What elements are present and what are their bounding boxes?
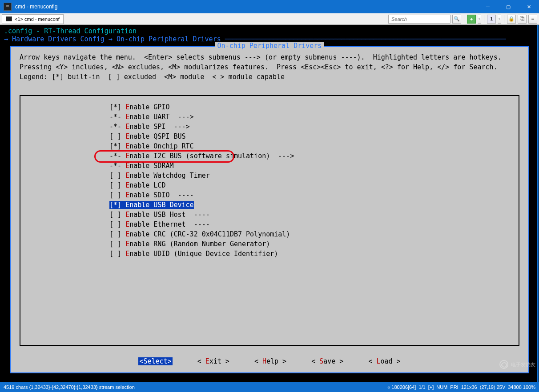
status-r2: 1/1 [418, 384, 425, 390]
new-tab-button[interactable]: ✚ [467, 15, 476, 24]
menu-option[interactable]: [ ] Enable USB Host ---- [20, 210, 519, 220]
status-r1: « 180206[64] [387, 384, 416, 390]
status-r3: [+] [428, 384, 434, 390]
search-button[interactable]: 🔍 [452, 15, 461, 24]
menu-panel: On-chip Peripheral Drivers Arrow keys na… [10, 46, 529, 373]
config-line: .config - RT-Thread Configuration [1, 26, 538, 35]
search-input[interactable] [388, 15, 451, 24]
menu-option[interactable]: [ ] Enable SDIO ---- [20, 190, 519, 200]
minimize-button[interactable]: ─ [478, 0, 498, 13]
menu-button[interactable]: <Select> [138, 357, 172, 365]
watermark: 电子发烧友 [499, 360, 535, 369]
tab-label: <1> cmd - menuconf [15, 16, 60, 22]
menu-help-text: Arrow keys navigate the menu. <Enter> se… [11, 47, 528, 84]
status-r6: 121x36 [461, 384, 477, 390]
window-number-button[interactable]: 1 [487, 15, 496, 24]
window-titlebar: ⌨ cmd - menuconfig ─ ▢ ✕ [0, 0, 539, 13]
scrollbar-indicator[interactable] [537, 25, 539, 382]
menu-option[interactable]: [*] Enable GPIO [20, 102, 519, 112]
breadcrumb-arrow-icon: → [4, 35, 8, 43]
toolbar: <1> cmd - menuconf 🔍 ✚ ▾ 1 ▾ 🔒 ⿻ ≡ [0, 13, 539, 25]
menu-option[interactable]: [ ] Enable UDID (Unique Device Identifie… [20, 249, 519, 259]
lock-icon[interactable]: 🔒 [507, 15, 516, 24]
menu-option[interactable]: [ ] Enable QSPI BUS [20, 132, 519, 141]
watermark-logo-icon [499, 360, 508, 369]
app-icon: ⌨ [4, 3, 12, 11]
button-bar: <Select>< Exit >< Help >< Save >< Load > [11, 357, 528, 365]
status-bar: 4519 chars {1,32433}-{42,32470}:{1,32433… [0, 382, 539, 392]
panel-shadow [13, 373, 533, 377]
options-box: [*] Enable GPIO-*- Enable UART --->-*- E… [20, 95, 519, 346]
menu-option[interactable]: -*- Enable SPI ---> [20, 122, 519, 132]
close-button[interactable]: ✕ [519, 0, 539, 13]
menu-button[interactable]: ≡ [528, 15, 537, 24]
console-tab[interactable]: <1> cmd - menuconf [2, 14, 64, 24]
status-r7: (27,19) 25V [480, 384, 505, 390]
menu-option[interactable]: [ ] Enable CRC (CRC-32 0x04C11DB7 Polyno… [20, 229, 519, 239]
menu-option[interactable]: -*- Enable UART ---> [20, 112, 519, 122]
menu-option[interactable]: [ ] Enable LCD [20, 180, 519, 190]
status-r8: 34808 100% [508, 384, 535, 390]
terminal[interactable]: .config - RT-Thread Configuration → Hard… [0, 25, 539, 382]
menu-option[interactable]: [ ] Enable Watchdog Timer [20, 171, 519, 180]
terminal-icon [6, 16, 12, 21]
menu-option[interactable]: -*- Enable SDRAM [20, 161, 519, 171]
menu-button[interactable]: < Load > [368, 357, 400, 365]
maximize-button[interactable]: ▢ [498, 0, 519, 13]
new-tab-dropdown[interactable]: ▾ [478, 15, 481, 24]
menu-option[interactable]: [*] Enable USB Device [20, 200, 519, 210]
status-r4: NUM [436, 384, 447, 390]
menu-button[interactable]: < Exit > [197, 357, 229, 365]
window-title: cmd - menuconfig [15, 4, 478, 10]
panel-shadow [529, 52, 533, 376]
menu-button[interactable]: < Save > [311, 357, 343, 365]
status-left: 4519 chars {1,32433}-{42,32470}:{1,32433… [4, 384, 135, 390]
menu-title: On-chip Peripheral Drivers [215, 42, 325, 50]
menu-option[interactable]: [ ] Enable Ethernet ---- [20, 220, 519, 229]
menu-option[interactable]: -*- Enable I2C BUS (software simulation)… [20, 151, 519, 161]
menu-option[interactable]: [ ] Enable RNG (Random Number Generator) [20, 239, 519, 249]
copy-button[interactable]: ⿻ [518, 15, 527, 24]
watermark-text: 电子发烧友 [511, 361, 535, 368]
menu-option[interactable]: [*] Enable Onchip RTC [20, 141, 519, 151]
status-r5: PRI [450, 384, 458, 390]
window-dropdown[interactable]: ▾ [498, 15, 501, 24]
menu-button[interactable]: < Help > [254, 357, 286, 365]
